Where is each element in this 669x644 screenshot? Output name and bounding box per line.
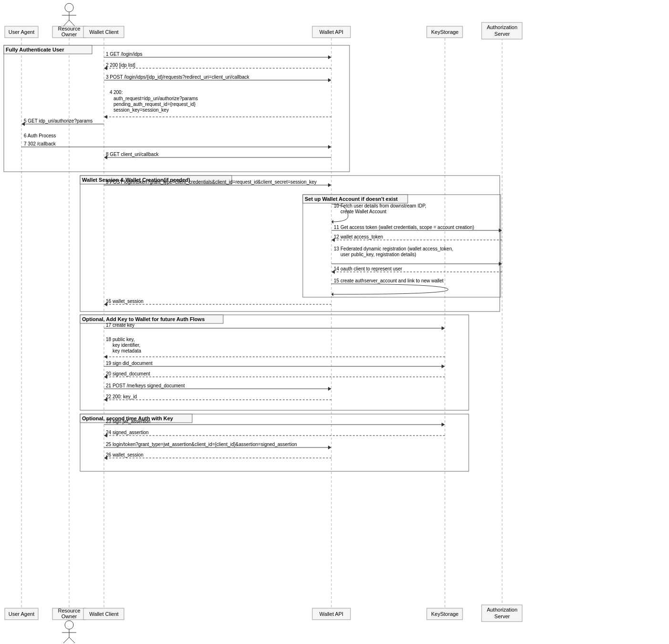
- frame-label-optional-key: Optional, Add Key to Wallet for future A…: [82, 316, 205, 322]
- msg-22-label: 22 200: key_id: [106, 394, 137, 399]
- svg-marker-41: [331, 270, 335, 274]
- svg-rect-7: [4, 45, 92, 54]
- svg-rect-13: [80, 315, 223, 323]
- resource-owner-bot-label-2: Owner: [62, 613, 77, 619]
- msg-23-label: 23 sign jwt_assertion: [106, 419, 150, 424]
- msg-13-num: 13: [334, 246, 340, 251]
- frame-label-wallet-account: Set up Wallet Account if doesn't exist: [305, 196, 398, 202]
- msg-4-label-num: 4: [110, 90, 113, 95]
- svg-marker-50: [442, 364, 445, 368]
- svg-rect-8: [80, 176, 500, 312]
- svg-rect-75: [482, 22, 522, 39]
- svg-marker-32: [328, 183, 331, 187]
- msg-18-label-3: key metadata: [113, 348, 141, 353]
- msg-21-label: 21 POST /me/keys signed_document: [106, 383, 185, 388]
- svg-point-66: [65, 3, 73, 12]
- wallet-client-bot-label: Wallet Client: [89, 611, 118, 617]
- svg-line-82: [69, 637, 75, 643]
- svg-marker-56: [104, 398, 107, 402]
- svg-rect-10: [303, 195, 501, 297]
- svg-rect-9: [80, 176, 232, 184]
- svg-rect-76: [5, 608, 38, 620]
- svg-rect-15: [80, 414, 192, 423]
- msg-18-label-2: key identifier,: [113, 343, 140, 348]
- msg-15-label: 15 create authserver_account and link to…: [334, 278, 443, 283]
- svg-marker-28: [328, 145, 331, 149]
- svg-rect-77: [52, 608, 86, 620]
- wallet-api-top-label: Wallet API: [319, 29, 343, 35]
- svg-marker-54: [328, 387, 331, 391]
- svg-marker-33: [331, 220, 333, 224]
- svg-rect-84: [312, 608, 350, 620]
- svg-point-78: [65, 621, 73, 629]
- svg-marker-21: [328, 78, 331, 82]
- auth-server-bot-label-2: Server: [494, 613, 510, 619]
- auth-server-bot-label-1: Authorization: [487, 607, 517, 613]
- svg-rect-11: [303, 195, 408, 203]
- msg-4-label-3: pending_auth_request_id={request_id}: [113, 102, 196, 107]
- svg-rect-74: [427, 26, 463, 38]
- frame-label-wallet-session: Wallet Session & Wallet Creation(if need…: [82, 177, 190, 183]
- svg-rect-26: [19, 131, 24, 140]
- keystorage-top-label: KeyStorage: [431, 29, 458, 35]
- svg-marker-39: [499, 262, 502, 266]
- svg-marker-37: [331, 238, 335, 242]
- svg-rect-14: [80, 414, 469, 471]
- msg-10-label-2: create Wallet Account: [340, 209, 387, 214]
- svg-rect-85: [427, 608, 463, 620]
- svg-line-70: [69, 20, 75, 26]
- svg-marker-35: [499, 229, 502, 232]
- svg-rect-83: [83, 608, 124, 620]
- auth-server-top-label-2: Server: [494, 31, 510, 37]
- msg-2-label: 2 200 [idp list]: [106, 62, 135, 68]
- wallet-api-bot-label: Wallet API: [319, 611, 343, 617]
- svg-line-81: [63, 637, 69, 643]
- svg-marker-42: [331, 292, 333, 296]
- svg-rect-71: [52, 26, 86, 38]
- svg-marker-60: [104, 434, 107, 437]
- svg-marker-30: [104, 156, 107, 159]
- msg-3-label: 3 POST /login/idps/{idp_id}/requests?red…: [106, 74, 250, 80]
- svg-marker-46: [442, 326, 445, 330]
- msg-1-label: 1 GET /login/idps: [106, 52, 143, 57]
- svg-rect-72: [83, 26, 124, 38]
- msg-19-label: 19 sign did_document: [106, 361, 153, 366]
- msg-16-label: 16 wallet_session: [106, 299, 144, 304]
- msg-18-num: 18: [106, 337, 112, 342]
- resource-owner-bot-label-1: Resource: [58, 608, 80, 613]
- msg-8-label: 8 GET client_uri/callback: [106, 152, 159, 157]
- msg-13-label-2: user public_key, registration details): [340, 252, 416, 257]
- svg-rect-73: [312, 26, 350, 38]
- resource-owner-top-label-2: Owner: [62, 31, 77, 37]
- sequence-diagram: Fully Authenticate User Wallet Session &…: [0, 0, 526, 644]
- svg-marker-62: [328, 446, 331, 449]
- msg-17-label: 17 create key: [106, 322, 134, 328]
- msg-20-label: 20 signed_document: [106, 371, 150, 376]
- svg-marker-17: [328, 55, 331, 59]
- msg-10-label-1: Fetch user details from downstream IDP,: [340, 203, 426, 208]
- svg-marker-25: [21, 122, 25, 126]
- msg-26-label: 26 wallet_session: [106, 452, 144, 457]
- msg-18-label-1: public key,: [113, 337, 135, 342]
- svg-rect-65: [5, 26, 38, 38]
- msg-7-label: 7 302 /callback: [24, 141, 56, 146]
- wallet-client-top-label: Wallet Client: [89, 29, 118, 35]
- svg-line-69: [63, 20, 69, 26]
- msg-6-label: 6 Auth Process: [24, 133, 56, 138]
- svg-marker-52: [104, 375, 107, 379]
- svg-marker-19: [104, 66, 107, 70]
- svg-marker-58: [442, 423, 445, 426]
- diagram-svg: Fully Authenticate User Wallet Session &…: [0, 0, 526, 644]
- msg-10-num: 10: [334, 203, 340, 208]
- svg-marker-48: [104, 355, 107, 359]
- user-agent-bot-label: User Agent: [9, 611, 34, 617]
- svg-rect-86: [482, 605, 522, 622]
- msg-4-label-2: auth_request=idp_uri/authorize?params: [113, 96, 198, 101]
- msg-9-label: 9 POST login/token?grant_type=client_cre…: [106, 179, 317, 185]
- keystorage-bot-label: KeyStorage: [431, 611, 458, 617]
- svg-rect-12: [80, 315, 469, 410]
- msg-25-label: 25 login/token?grant_type=jwt_assertion&…: [106, 442, 297, 447]
- frame-label-fully-auth: Fully Authenticate User: [6, 47, 64, 52]
- msg-11-label: 11 Get access token (wallet credentials,…: [334, 225, 474, 230]
- user-agent-top-label: User Agent: [9, 29, 34, 35]
